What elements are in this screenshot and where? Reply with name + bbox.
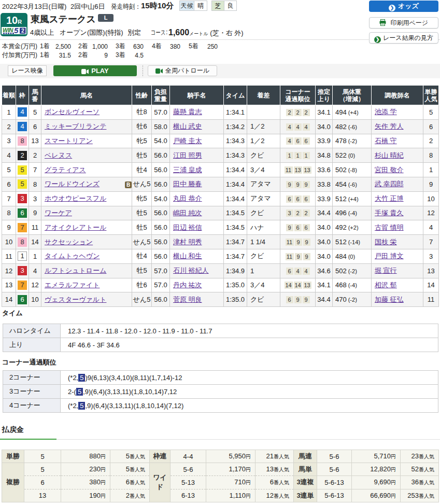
svg-text:WIN: WIN	[3, 27, 13, 33]
svg-text:5: 5	[14, 27, 19, 34]
svg-text:2: 2	[21, 27, 24, 34]
